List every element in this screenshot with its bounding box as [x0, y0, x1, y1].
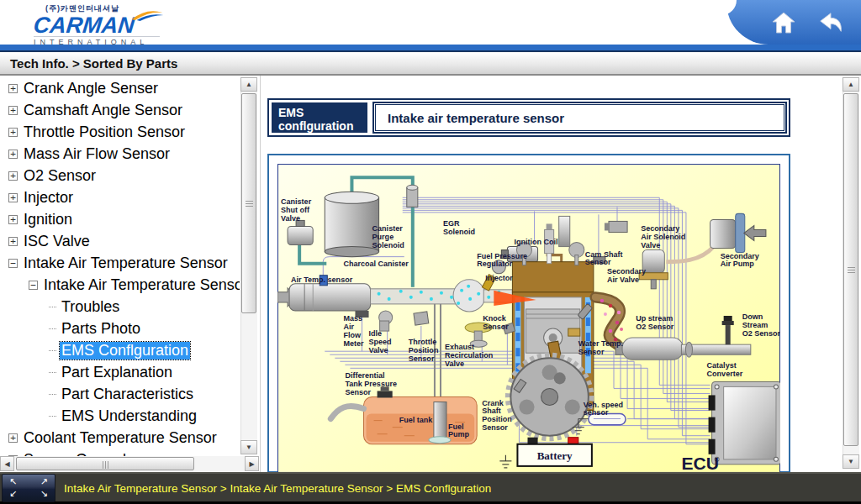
tree-item-label: Throttle Position Sensor: [22, 123, 187, 141]
water-temp-sensor-device: [568, 328, 580, 336]
tree-vscroll-thumb[interactable]: [241, 93, 256, 313]
tree-item[interactable]: +Injector: [0, 186, 240, 208]
expand-icon[interactable]: +: [8, 84, 18, 93]
tree-item-label: EMS Understanding: [60, 407, 198, 425]
breadcrumb-text: Tech Info. > Sorted By Parts: [10, 56, 177, 71]
tree-leaf-dash: [49, 394, 56, 395]
expand-icon[interactable]: +: [8, 171, 18, 181]
tree-item[interactable]: −Intake Air Temperature Sensor: [0, 252, 240, 274]
tree-item-label: Injector: [22, 189, 75, 207]
arrow-se-icon: ↘: [29, 488, 48, 500]
fullscreen-button[interactable]: ↖↗ ↙↘: [2, 474, 55, 502]
collapse-icon[interactable]: −: [29, 281, 38, 290]
back-arrow-icon: [817, 10, 844, 35]
tree-item[interactable]: Part Characteristics: [0, 383, 240, 405]
back-button[interactable]: [817, 9, 844, 36]
tree-item-label: ISC Valve: [22, 233, 92, 250]
tree-leaf-dash: [49, 328, 56, 329]
diagram-label: ECU: [681, 454, 719, 472]
parts-tree-panel: +Crank Angle Senser+Camshaft Angle Senso…: [0, 76, 261, 472]
content-area: +Crank Angle Senser+Camshaft Angle Senso…: [0, 76, 861, 472]
tree-item-label: Intake Air Temperature Sensor: [22, 255, 230, 272]
tree-hscroll-right-button[interactable]: ▶: [245, 456, 259, 471]
topic-header-label: EMS conflguration: [271, 102, 368, 134]
tree-item-label: Intake Air Temperature Sensor: [42, 276, 240, 294]
tree-leaf-dash: [49, 350, 56, 351]
throttle-body: [453, 280, 485, 312]
topic-header-value: Intake air temperature sensor: [372, 102, 787, 134]
diagram-label: Air Temp. sensor: [291, 276, 353, 284]
home-icon: [771, 10, 796, 35]
tree-leaf-dash: [49, 307, 56, 307]
main-vscroll-thumb[interactable]: [843, 93, 858, 446]
home-button[interactable]: [770, 9, 797, 36]
tree-item-label: Part Explanation: [60, 364, 174, 381]
diagram-label: Ignition Coil: [514, 238, 557, 246]
canister-purge-solenoid: [407, 185, 418, 207]
tree-item[interactable]: +Throttle Position Sensor: [0, 121, 240, 143]
tree-item[interactable]: +ISC Valve: [0, 230, 240, 252]
main-panel: EMS conflguration Intake air temperature…: [261, 76, 861, 472]
ems-diagram: CanisterShut offValveCanisterPurgeSoleno…: [277, 164, 780, 472]
tree-item[interactable]: Part Explanation: [0, 361, 240, 383]
collapse-icon[interactable]: −: [8, 259, 18, 268]
arrow-nw-icon: ↖: [9, 476, 29, 488]
expand-icon[interactable]: +: [8, 128, 18, 137]
status-bar: ↖↗ ↙↘ Intake Air Temperature Sensor > In…: [0, 472, 861, 504]
tree-item-label: Parts Photo: [60, 320, 142, 338]
ecu-device: [709, 381, 780, 464]
thumb-grip: [848, 270, 855, 270]
tree-vscroll-down-button[interactable]: ▼: [240, 440, 257, 454]
tree-item-label: Camshaft Angle Sensor: [22, 102, 184, 119]
status-path: Intake Air Temperature Sensor > Intake A…: [64, 482, 491, 495]
logo-swoosh-icon: [130, 8, 166, 21]
tree-item[interactable]: EMS Understanding: [0, 405, 240, 427]
diagram-label: Battery: [537, 449, 573, 462]
expand-icon[interactable]: +: [8, 106, 18, 115]
expand-icon[interactable]: +: [8, 237, 18, 246]
top-right-nav: [726, 0, 861, 45]
thumb-grip: [105, 461, 106, 469]
tree-item[interactable]: −Intake Air Temperature Sensor: [0, 274, 240, 296]
tree-hscroll-thumb[interactable]: [16, 457, 194, 470]
tree-item[interactable]: EMS Conflguration: [0, 339, 240, 361]
carman-logo: (주)카맨인터내셔날 CARMAN INTERNATIONAL: [34, 3, 160, 46]
expand-icon[interactable]: +: [8, 433, 18, 443]
main-vscroll-down-button[interactable]: ▼: [843, 454, 859, 469]
breadcrumb: Tech Info. > Sorted By Parts: [0, 52, 861, 76]
tree-leaf-dash: [49, 372, 56, 373]
tree-item-label: Coolant Temperature Sensor: [22, 429, 219, 447]
diagram-label: KnockSensor: [483, 314, 509, 331]
tree-vscroll-up-button[interactable]: ▲: [240, 77, 257, 92]
diagram-label: ThrottlePositionSensor: [409, 338, 439, 363]
tree-item-label: Troubles: [60, 298, 121, 316]
tree-item-label: Part Characteristics: [60, 386, 195, 403]
tree-hscroll-left-button[interactable]: ◀: [0, 456, 14, 471]
expand-icon[interactable]: +: [8, 215, 18, 224]
tree-item[interactable]: Troubles: [0, 296, 240, 318]
app-window: (주)카맨인터내셔날 CARMAN INTERNATIONAL: [0, 0, 861, 504]
diagram-label: Injector: [485, 274, 513, 282]
diagram-label: Fuel tank: [399, 416, 434, 424]
throttle-position-sensor-device: [414, 312, 429, 325]
tree-item[interactable]: +Coolant Temperature Sensor: [0, 427, 240, 449]
arrow-ne-icon: ↗: [29, 476, 48, 488]
diagram-frame: CanisterShut offValveCanisterPurgeSoleno…: [267, 154, 790, 472]
tree-item[interactable]: +Camshaft Angle Sensor: [0, 99, 240, 121]
topic-header: EMS conflguration Intake air temperature…: [267, 98, 790, 137]
expand-icon[interactable]: +: [8, 193, 18, 202]
tree-item[interactable]: +Sensor Ground: [0, 449, 240, 456]
thumb-grip: [246, 203, 253, 204]
tree-item[interactable]: Parts Photo: [0, 318, 240, 339]
tree-item-label: O2 Sensor: [22, 167, 98, 185]
expand-icon[interactable]: +: [8, 150, 18, 159]
tree-item[interactable]: +Mass Air Flow Sensor: [0, 143, 240, 165]
arrow-sw-icon: ↙: [9, 488, 29, 500]
intake-tube: [371, 289, 459, 304]
air-cleaner: [277, 284, 371, 311]
main-vscroll-up-button[interactable]: ▲: [843, 77, 859, 92]
tree-item[interactable]: +O2 Sensor: [0, 165, 240, 186]
tree-item[interactable]: +Ignition: [0, 208, 240, 230]
parts-tree: +Crank Angle Senser+Camshaft Angle Senso…: [0, 77, 240, 456]
tree-item[interactable]: +Crank Angle Senser: [0, 77, 240, 99]
